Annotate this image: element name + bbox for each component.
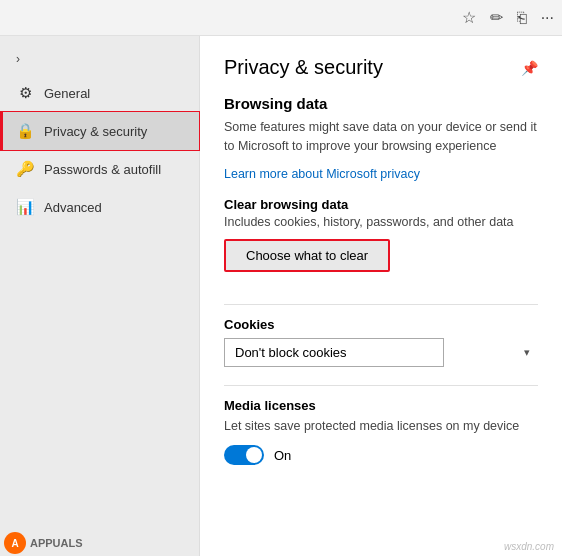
media-licenses-title: Media licenses bbox=[224, 398, 538, 413]
share-icon[interactable]: ⎗ bbox=[517, 9, 527, 27]
toggle-label: On bbox=[274, 448, 291, 463]
sidebar-item-general-label: General bbox=[44, 86, 90, 101]
clear-browsing-desc: Includes cookies, history, passwords, an… bbox=[224, 215, 538, 229]
toggle-knob bbox=[246, 447, 262, 463]
divider-1 bbox=[224, 304, 538, 305]
sidebar-back-button[interactable]: › bbox=[0, 44, 199, 74]
cookies-select-wrapper: Don't block cookies Block third-party co… bbox=[224, 338, 538, 367]
bookmark-icon[interactable]: ☆ bbox=[462, 8, 476, 27]
appuals-text: APPUALS bbox=[30, 537, 83, 549]
choose-what-to-clear-button[interactable]: Choose what to clear bbox=[226, 241, 388, 270]
clear-browsing-title: Clear browsing data bbox=[224, 197, 538, 212]
sidebar-item-general[interactable]: ⚙ General bbox=[0, 74, 199, 112]
edit-icon[interactable]: ✏ bbox=[490, 8, 503, 27]
appuals-icon: A bbox=[4, 532, 26, 554]
select-chevron-icon: ▾ bbox=[524, 346, 530, 359]
sidebar: › ⚙ General 🔒 Privacy & security 🔑 Passw… bbox=[0, 36, 200, 556]
sidebar-item-passwords[interactable]: 🔑 Passwords & autofill bbox=[0, 150, 199, 188]
passwords-icon: 🔑 bbox=[16, 160, 34, 178]
media-licenses-desc: Let sites save protected media licenses … bbox=[224, 417, 538, 436]
media-toggle[interactable] bbox=[224, 445, 264, 465]
back-chevron-icon: › bbox=[16, 52, 20, 66]
top-bar: ☆ ✏ ⎗ ··· bbox=[0, 0, 562, 36]
sidebar-item-passwords-label: Passwords & autofill bbox=[44, 162, 161, 177]
sidebar-item-privacy-label: Privacy & security bbox=[44, 124, 147, 139]
sidebar-item-advanced-label: Advanced bbox=[44, 200, 102, 215]
browsing-data-title: Browsing data bbox=[224, 95, 538, 112]
cookies-label: Cookies bbox=[224, 317, 538, 332]
main-area: › ⚙ General 🔒 Privacy & security 🔑 Passw… bbox=[0, 36, 562, 556]
sidebar-item-advanced[interactable]: 📊 Advanced bbox=[0, 188, 199, 226]
browsing-data-desc: Some features might save data on your de… bbox=[224, 118, 538, 156]
pin-icon[interactable]: 📌 bbox=[521, 60, 538, 76]
general-icon: ⚙ bbox=[16, 84, 34, 102]
media-toggle-row: On bbox=[224, 445, 538, 465]
privacy-icon: 🔒 bbox=[16, 122, 34, 140]
content-panel: Privacy & security 📌 Browsing data Some … bbox=[200, 36, 562, 556]
advanced-icon: 📊 bbox=[16, 198, 34, 216]
divider-2 bbox=[224, 385, 538, 386]
more-options-icon[interactable]: ··· bbox=[541, 9, 554, 27]
sidebar-item-privacy-security[interactable]: 🔒 Privacy & security bbox=[0, 112, 199, 150]
page-title: Privacy & security bbox=[224, 56, 383, 79]
watermark: wsxdn.com bbox=[504, 541, 554, 552]
privacy-link[interactable]: Learn more about Microsoft privacy bbox=[224, 167, 420, 181]
content-header: Privacy & security 📌 bbox=[224, 56, 538, 79]
clear-button-wrapper: Choose what to clear bbox=[224, 239, 390, 272]
appuals-badge: A APPUALS bbox=[4, 532, 83, 554]
cookies-select[interactable]: Don't block cookies Block third-party co… bbox=[224, 338, 444, 367]
